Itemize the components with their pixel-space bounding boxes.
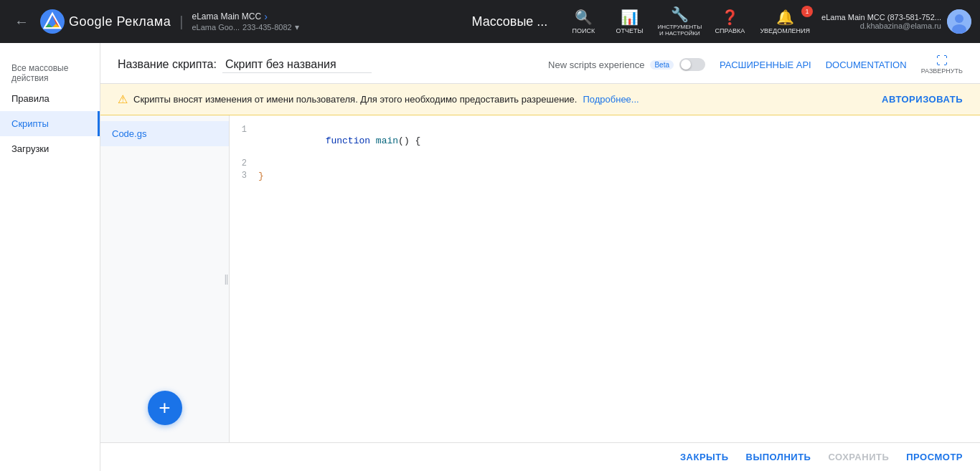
reports-label: ОТЧЕТЫ <box>616 27 643 35</box>
account-sub-name: eLama Goo... <box>192 23 240 32</box>
code-function-name: main <box>376 135 398 146</box>
warning-icon: ⚠ <box>118 92 128 106</box>
back-button[interactable]: ← <box>9 11 34 33</box>
tools-icon: 🔧 <box>671 6 689 23</box>
new-scripts-label: New scripts experience <box>548 60 644 70</box>
code-editor[interactable]: 1 function main() { 2 3 } <box>230 115 980 442</box>
page-title: Массовые ... <box>471 14 547 29</box>
file-code-gs[interactable]: Code.gs <box>100 121 229 146</box>
account-selector[interactable]: eLama Main MCC › eLama Goo... 233-435-80… <box>192 11 298 32</box>
script-title-area: Название скрипта: <box>118 57 372 73</box>
reports-tool[interactable]: 📊 ОТЧЕТЫ <box>613 9 645 35</box>
svg-point-4 <box>955 14 963 23</box>
save-button[interactable]: СОХРАНИТЬ <box>828 452 889 462</box>
google-ads-logo-icon <box>40 9 65 34</box>
account-phone: 233-435-8082 <box>242 23 292 32</box>
reports-icon: 📊 <box>621 9 639 26</box>
bell-icon: 🔔 <box>776 9 794 26</box>
search-tool[interactable]: 🔍 ПОИСК <box>567 9 599 35</box>
sidebar-item-scripts[interactable]: Скрипты <box>0 111 100 136</box>
avatar[interactable] <box>947 9 971 34</box>
new-scripts-toggle[interactable] <box>679 58 705 71</box>
user-info: eLama Main MCC (873-581-752... d.khabazi… <box>821 13 941 30</box>
search-icon: 🔍 <box>575 9 593 26</box>
code-space <box>370 135 376 146</box>
footer-bar: ЗАКРЫТЬ ВЫПОЛНИТЬ СОХРАНИТЬ ПРОСМОТР <box>100 442 980 471</box>
line-number-2: 2 <box>230 158 258 168</box>
help-icon: ❓ <box>721 9 739 26</box>
search-label: ПОИСК <box>573 27 595 35</box>
line-content-2 <box>258 158 264 169</box>
notifications-label: УВЕДОМЛЕНИЯ <box>760 27 810 35</box>
expand-label: РАЗВЕРНУТЬ <box>921 67 963 75</box>
account-chevron-icon: › <box>264 11 268 22</box>
script-title-label: Название скрипта: <box>118 58 217 71</box>
script-name-input[interactable] <box>222 57 372 73</box>
close-button[interactable]: ЗАКРЫТЬ <box>680 452 729 462</box>
sidebar-section-label: Все массовые действия <box>0 54 100 86</box>
sidebar-item-uploads[interactable]: Загрузки <box>0 136 100 161</box>
preview-button[interactable]: ПРОСМОТР <box>906 452 963 462</box>
line-content-3: } <box>258 171 264 181</box>
script-header-right: New scripts experience Beta РАСШИРЕННЫЕ … <box>548 54 963 75</box>
nav-divider: | <box>179 14 183 30</box>
brand-name: Google Реклама <box>69 14 171 29</box>
warning-banner: ⚠ Скрипты вносят изменения от имени поль… <box>100 84 980 115</box>
nav-tools-area: 🔍 ПОИСК 📊 ОТЧЕТЫ 🔧 ИНСТРУМЕНТЫ И НАСТРОЙ… <box>567 6 810 37</box>
logo-area: Google Реклама <box>40 9 171 34</box>
help-label: СПРАВКА <box>715 27 745 35</box>
main-layout: Все массовые действия Правила Скрипты За… <box>0 43 980 471</box>
api-link[interactable]: РАСШИРЕННЫЕ API <box>720 60 811 70</box>
sidebar: Все массовые действия Правила Скрипты За… <box>0 43 100 471</box>
line-content-1: function main() { <box>258 125 420 157</box>
toggle-knob <box>681 60 691 70</box>
keyword-function: function <box>326 135 370 146</box>
expand-icon: ⛶ <box>936 54 948 67</box>
beta-badge: Beta <box>650 60 674 70</box>
run-button[interactable]: ВЫПОЛНИТЬ <box>746 452 811 462</box>
user-area[interactable]: eLama Main MCC (873-581-752... d.khabazi… <box>821 9 971 34</box>
panel-resizer[interactable]: ‖ <box>224 273 229 285</box>
new-scripts-toggle-area: New scripts experience Beta <box>548 58 705 71</box>
file-panel: Code.gs ‖ + <box>100 115 230 442</box>
warning-link[interactable]: Подробнее... <box>583 94 639 105</box>
line-number-1: 1 <box>230 125 258 135</box>
tools-tool[interactable]: 🔧 ИНСТРУМЕНТЫ И НАСТРОЙКИ <box>659 6 699 37</box>
code-parens: () { <box>398 135 420 146</box>
help-tool[interactable]: ❓ СПРАВКА <box>714 9 745 35</box>
top-navbar: ← Google Реклама | eLama Main MCC › eLam… <box>0 0 980 43</box>
content-area: Название скрипта: New scripts experience… <box>100 43 980 471</box>
warning-message: Скрипты вносят изменения от имени пользо… <box>133 94 577 105</box>
account-main-name: eLama Main MCC <box>192 11 261 22</box>
add-file-button[interactable]: + <box>148 391 182 425</box>
tools-label: ИНСТРУМЕНТЫ И НАСТРОЙКИ <box>657 24 702 37</box>
authorize-button[interactable]: АВТОРИЗОВАТЬ <box>882 94 963 105</box>
user-name: eLama Main MCC (873-581-752... <box>821 13 941 22</box>
line-number-3: 3 <box>230 171 258 181</box>
notifications-tool[interactable]: 🔔 1 УВЕДОМЛЕНИЯ <box>760 9 810 35</box>
expand-button[interactable]: ⛶ РАЗВЕРНУТЬ <box>921 54 963 75</box>
notification-badge: 1 <box>801 6 813 17</box>
docs-link[interactable]: DOCUMENTATION <box>826 60 907 70</box>
avatar-image <box>947 9 971 34</box>
editor-container: Code.gs ‖ + 1 function main() { 2 3 <box>100 115 980 442</box>
sidebar-item-rules[interactable]: Правила <box>0 86 100 111</box>
user-email: d.khabazina@elama.ru <box>821 22 941 30</box>
code-line-2: 2 <box>230 158 980 170</box>
warning-message-area: ⚠ Скрипты вносят изменения от имени поль… <box>118 92 639 106</box>
code-line-1: 1 function main() { <box>230 124 980 158</box>
script-header: Название скрипта: New scripts experience… <box>100 43 980 84</box>
account-dropdown-icon[interactable]: ▾ <box>295 22 299 32</box>
code-line-3: 3 } <box>230 170 980 182</box>
